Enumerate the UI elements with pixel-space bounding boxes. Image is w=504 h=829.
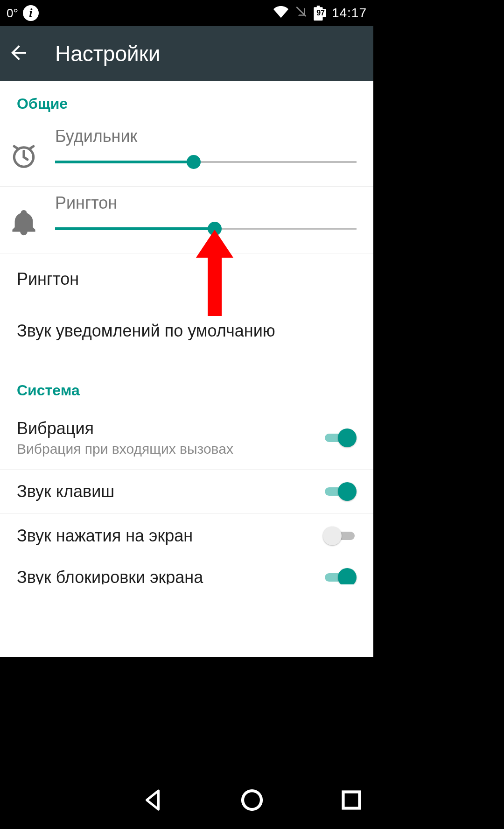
vibration-title: Вибрация xyxy=(17,419,314,438)
section-header-system: Система xyxy=(0,357,373,407)
key-sound-title: Звук клавиш xyxy=(17,482,314,501)
ringtone-volume-row: Рингтон xyxy=(0,187,373,253)
wifi-icon xyxy=(273,4,288,22)
svg-point-2 xyxy=(243,791,261,809)
alarm-volume-label: Будильник xyxy=(55,125,357,155)
section-header-general: Общие xyxy=(0,81,373,120)
tap-sound-row[interactable]: Звук нажатия на экран xyxy=(0,514,373,558)
settings-content: Общие Будильник xyxy=(0,81,373,657)
default-notification-row[interactable]: Звук уведомлений по умолчанию xyxy=(0,305,373,357)
nav-recent-button[interactable] xyxy=(337,786,365,816)
battery-icon: 97 xyxy=(314,6,326,21)
lock-sound-switch[interactable] xyxy=(323,568,357,584)
ringtone-volume-label: Рингтон xyxy=(55,191,357,221)
back-button[interactable] xyxy=(7,42,30,66)
key-sound-switch[interactable] xyxy=(323,482,357,501)
info-icon: i xyxy=(23,5,39,21)
android-nav-bar xyxy=(0,773,504,829)
svg-rect-3 xyxy=(343,792,360,808)
status-bar: 0° i 97 14:17 xyxy=(0,0,373,26)
vibration-subtitle: Вибрация при входящих вызовах xyxy=(17,441,314,457)
alarm-volume-slider[interactable] xyxy=(55,155,357,169)
status-clock: 14:17 xyxy=(332,6,367,21)
nav-back-button[interactable] xyxy=(139,786,167,816)
no-sim-icon xyxy=(294,5,308,22)
lock-sound-row[interactable]: Звук блокировки экрана xyxy=(0,558,373,584)
alarm-volume-row: Будильник xyxy=(0,120,373,187)
app-bar: Настройки xyxy=(0,26,373,81)
vibration-switch[interactable] xyxy=(323,428,357,448)
tap-sound-title: Звук нажатия на экран xyxy=(17,526,314,546)
lock-sound-title: Звук блокировки экрана xyxy=(17,568,314,584)
nav-home-button[interactable] xyxy=(238,786,266,816)
status-temperature: 0° xyxy=(7,6,18,21)
ringtone-picker-row[interactable]: Рингтон xyxy=(0,253,373,305)
key-sound-row[interactable]: Звук клавиш xyxy=(0,470,373,514)
vibration-row[interactable]: Вибрация Вибрация при входящих вызовах xyxy=(0,407,373,470)
tap-sound-switch[interactable] xyxy=(323,526,357,546)
page-title: Настройки xyxy=(55,41,161,66)
bell-icon xyxy=(6,208,42,237)
alarm-icon xyxy=(6,141,42,170)
ringtone-volume-slider[interactable] xyxy=(55,221,357,236)
battery-percent: 97 xyxy=(315,9,326,17)
